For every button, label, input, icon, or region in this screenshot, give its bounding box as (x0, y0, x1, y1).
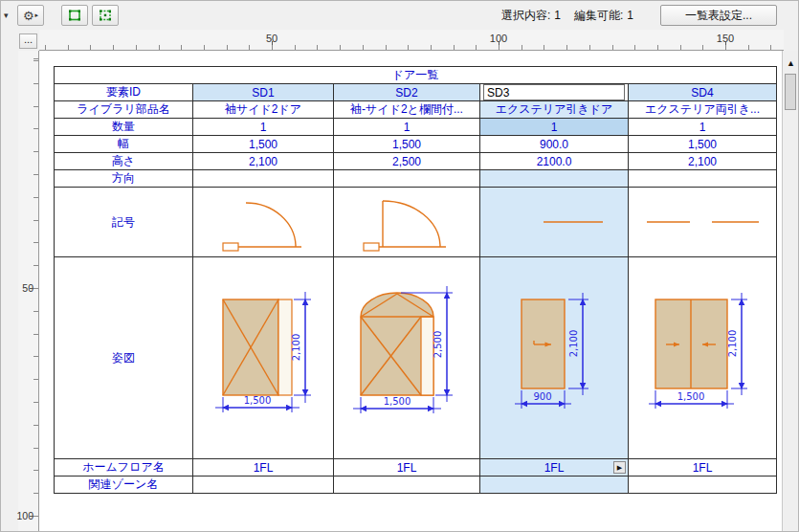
scrollbar-thumb[interactable] (785, 74, 796, 110)
row-label-symbol: 記号 (55, 188, 193, 257)
dim-height-label-sd2: 2,500 (433, 331, 443, 359)
door-plan-symbol-sd3 (483, 188, 629, 256)
vertical-ruler: 50 100 (18, 51, 39, 531)
dim-width-label-sd4: 1,500 (677, 391, 705, 402)
cell-height-sd4[interactable]: 2,100 (629, 153, 777, 170)
cell-direction-sd1[interactable] (193, 170, 334, 188)
edit-handles-icon (98, 8, 113, 23)
row-symbol: 記号 (55, 188, 777, 257)
marquee-icon (67, 8, 82, 23)
cell-library-sd2[interactable]: 袖-サイド2と欄間付... (334, 101, 480, 119)
cell-element-id-sd1[interactable]: SD1 (193, 84, 334, 101)
cell-floor-sd2[interactable]: 1FL (334, 459, 480, 477)
title-row: ドア一覧 (55, 67, 777, 84)
cell-direction-sd3[interactable] (480, 170, 629, 188)
row-zone: 関連ゾーン名 (55, 477, 777, 494)
cell-elevation-sd2[interactable]: 1,500 2,500 (334, 257, 480, 459)
selection-count: 1 (554, 9, 561, 22)
door-schedule-table: ドア一覧 要素ID SD1 SD2 SD4 ライブラリ部品名 袖サイド2ドア 袖… (54, 66, 777, 494)
ruler-tick (725, 41, 726, 50)
cell-zone-sd4[interactable] (629, 477, 777, 494)
cell-width-sd2[interactable]: 1,500 (334, 136, 480, 153)
cell-floor-sd3[interactable]: 1FL ▶ (480, 459, 629, 477)
dim-width-label-sd3: 900 (533, 391, 551, 402)
element-id-input[interactable] (483, 84, 625, 100)
row-label-width: 幅 (55, 136, 193, 153)
cell-zone-sd3[interactable] (480, 477, 629, 494)
cell-zone-sd1[interactable] (193, 477, 334, 494)
scroll-up-icon[interactable]: ▲ (783, 58, 799, 72)
door-elevation-sd1: 1,500 2,100 (196, 257, 334, 458)
cell-width-sd1[interactable]: 1,500 (193, 136, 334, 153)
schedule-canvas[interactable]: ドア一覧 要素ID SD1 SD2 SD4 ライブラリ部品名 袖サイド2ドア 袖… (39, 51, 782, 531)
cell-symbol-sd3[interactable] (480, 188, 629, 257)
editable-label: 編集可能: (574, 8, 623, 24)
cell-library-sd4[interactable]: エクステリア両引き... (629, 101, 777, 119)
schedule-settings-gear-button[interactable]: ⚙ ▸ (17, 5, 44, 26)
cell-quantity-sd4[interactable]: 1 (629, 119, 777, 136)
cell-symbol-sd2[interactable] (334, 188, 480, 257)
cell-zone-sd2[interactable] (334, 477, 480, 494)
cell-elevation-sd4[interactable]: 1,500 2,100 (629, 257, 777, 459)
cell-quantity-sd1[interactable]: 1 (193, 119, 334, 136)
row-height: 高さ 2,100 2,500 2100.0 2,100 (55, 153, 777, 170)
cell-element-id-sd3[interactable] (480, 84, 629, 101)
gear-icon: ⚙ (23, 10, 34, 22)
select-marquee-button[interactable] (61, 5, 88, 26)
door-elevation-sd2: 1,500 2,500 (337, 257, 480, 458)
ruler-tick (272, 41, 273, 50)
row-label-home-floor: ホームフロア名 (55, 459, 193, 477)
row-width: 幅 1,500 1,500 900.0 1,500 (55, 136, 777, 153)
row-label-quantity: 数量 (55, 119, 193, 136)
cell-direction-sd4[interactable] (629, 170, 777, 188)
cell-symbol-sd4[interactable] (629, 188, 777, 257)
toolbar: ▾ ⚙ ▸ 選択内容: 1 (1, 1, 798, 30)
cell-element-id-sd4[interactable]: SD4 (629, 84, 777, 101)
edit-handles-button[interactable] (92, 5, 119, 26)
row-direction: 方向 (55, 170, 777, 188)
cell-height-sd3[interactable]: 2100.0 (480, 153, 629, 170)
row-element-id: 要素ID SD1 SD2 SD4 (55, 84, 777, 101)
cell-element-id-sd2[interactable]: SD2 (334, 84, 480, 101)
selection-label: 選択内容: (501, 8, 550, 24)
cell-quantity-sd2[interactable]: 1 (334, 119, 480, 136)
row-home-floor: ホームフロア名 1FL 1FL 1FL ▶ 1FL (55, 459, 777, 477)
schedule-scheme-settings-button[interactable]: 一覧表設定... (660, 5, 777, 26)
row-quantity: 数量 1 1 1 1 (55, 119, 777, 136)
cell-elevation-sd1[interactable]: 1,500 2,100 (193, 257, 334, 459)
row-library-part: ライブラリ部品名 袖サイド2ドア 袖-サイド2と欄間付... エクステリア引きド… (55, 101, 777, 119)
door-plan-symbol-sd2 (337, 188, 480, 256)
door-plan-symbol-sd4 (632, 188, 777, 256)
floor-popup-button[interactable]: ▶ (613, 461, 626, 474)
cell-height-sd1[interactable]: 2,100 (193, 153, 334, 170)
left-margin-strip (1, 30, 18, 531)
row-label-elevation: 姿図 (55, 257, 193, 459)
dim-height-label-sd1: 2,100 (291, 334, 301, 362)
cell-library-sd1[interactable]: 袖サイド2ドア (193, 101, 334, 119)
cell-floor-sd4[interactable]: 1FL (629, 459, 777, 477)
cell-elevation-sd3[interactable]: 900 2,100 (480, 257, 629, 459)
vertical-scrollbar[interactable]: ▲ (782, 51, 798, 531)
row-label-height: 高さ (55, 153, 193, 170)
horizontal-ruler: 50 100 150 (39, 30, 784, 51)
cell-direction-sd2[interactable] (334, 170, 480, 188)
ruler-tick (30, 288, 38, 289)
cell-height-sd2[interactable]: 2,500 (334, 153, 480, 170)
cell-width-sd3[interactable]: 900.0 (480, 136, 629, 153)
ruler-corner: ... (18, 31, 39, 51)
row-label-element-id: 要素ID (55, 84, 193, 101)
cell-width-sd4[interactable]: 1,500 (629, 136, 777, 153)
floor-value: 1FL (544, 461, 565, 475)
selection-status: 選択内容: 1 編集可能: 1 (501, 8, 633, 24)
ruler-options-button[interactable]: ... (19, 33, 37, 49)
cell-symbol-sd1[interactable] (193, 188, 334, 257)
door-plan-symbol-sd1 (196, 188, 334, 256)
panel-dropdown-caret[interactable]: ▾ (4, 11, 13, 20)
cell-quantity-sd3[interactable]: 1 (480, 119, 629, 136)
cell-floor-sd1[interactable]: 1FL (193, 459, 334, 477)
schedule-title: ドア一覧 (55, 67, 777, 84)
row-elevation: 姿図 1,500 (55, 257, 777, 459)
cell-library-sd3[interactable]: エクステリア引きドア (480, 101, 629, 119)
ruler-tick (30, 516, 38, 517)
ruler-tick (499, 41, 499, 50)
